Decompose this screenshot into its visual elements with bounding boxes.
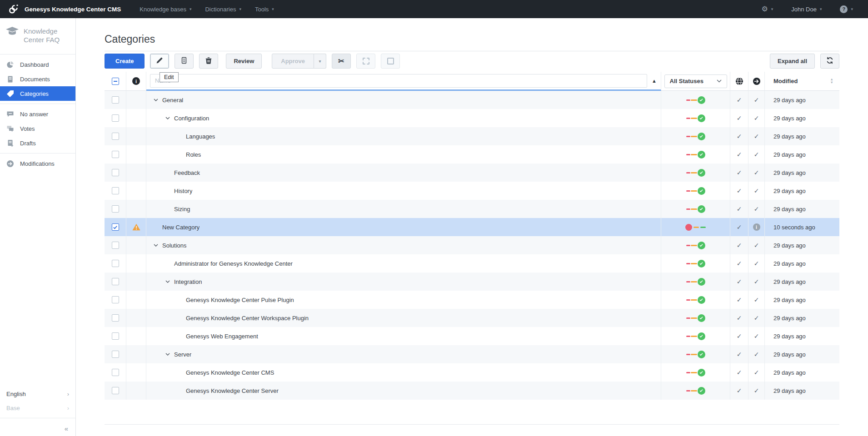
row-checkbox[interactable]: [112, 296, 119, 303]
nav-menu-dictionaries[interactable]: Dictionaries▾: [198, 6, 248, 13]
selection-button[interactable]: [381, 54, 400, 69]
check-icon: ✓: [737, 223, 742, 231]
table-row[interactable]: Feedback✓✓29 days ago: [105, 164, 839, 182]
sidebar-item-modifications[interactable]: Modifications: [0, 156, 75, 171]
help-menu[interactable]: ? ▾: [833, 5, 860, 13]
row-checkbox[interactable]: [112, 187, 119, 194]
table-row[interactable]: Genesys Web Engagement✓✓29 days ago: [105, 327, 839, 345]
check-icon: ✓: [737, 133, 742, 140]
chevron-down-icon[interactable]: [165, 280, 171, 283]
check-icon: ✓: [754, 242, 759, 249]
sidebar-item-label: Dashboard: [20, 61, 49, 68]
edit-button[interactable]: [150, 54, 169, 69]
table-row[interactable]: Sizing✓✓29 days ago: [105, 200, 839, 218]
row-checkbox[interactable]: [112, 351, 119, 358]
sidebar-item-categories[interactable]: Categories: [0, 86, 75, 101]
sidebar-nav: DashboardDocumentsCategoriesNo answerVot…: [0, 57, 75, 171]
row-checkbox[interactable]: [112, 133, 119, 140]
chevron-right-icon: ›: [67, 405, 69, 411]
table-row[interactable]: Integration✓✓29 days ago: [105, 272, 839, 291]
row-checkbox[interactable]: [112, 114, 119, 122]
sidebar-item-dashboard[interactable]: Dashboard: [0, 57, 75, 72]
nav-menu-label: Tools: [255, 6, 269, 13]
sidebar-item-drafts[interactable]: Drafts: [0, 136, 75, 150]
modified-time: 29 days ago: [773, 369, 806, 376]
name-filter-input[interactable]: [150, 74, 647, 88]
table-row[interactable]: Solutions✓✓29 days ago: [105, 236, 839, 254]
delete-button[interactable]: [199, 54, 218, 69]
info-icon: i: [132, 77, 140, 85]
status-pipeline-published: [686, 387, 705, 395]
sort-icons[interactable]: ▲▼: [830, 78, 833, 84]
table-row[interactable]: Configuration✓✓29 days ago: [105, 109, 839, 127]
sidebar-collapse-button[interactable]: «: [0, 421, 75, 436]
refresh-button[interactable]: [820, 54, 839, 69]
status-orange-segment: [691, 354, 697, 355]
approve-dropdown-button[interactable]: ▾: [314, 54, 326, 69]
table-row[interactable]: New Category✓i10 seconds ago: [105, 218, 839, 236]
row-checkbox[interactable]: [112, 369, 119, 376]
modified-time: 29 days ago: [773, 206, 806, 213]
table-row[interactable]: Roles✓✓29 days ago: [105, 145, 839, 164]
sort-ascending-icon[interactable]: ▲: [652, 78, 657, 84]
sidebar-item-no-answer[interactable]: No answer: [0, 107, 75, 121]
status-published-check-icon: [698, 96, 705, 104]
row-checkbox[interactable]: [112, 332, 119, 340]
copy-button[interactable]: [175, 54, 194, 69]
sidebar-item-documents[interactable]: Documents: [0, 72, 75, 86]
table-row[interactable]: Languages✓✓29 days ago: [105, 127, 839, 145]
row-checkbox[interactable]: [112, 387, 119, 394]
row-checkbox[interactable]: [112, 169, 119, 176]
caret-down-icon: ▾: [239, 7, 241, 11]
status-filter-dropdown[interactable]: All Statuses: [664, 74, 727, 88]
categories-table: i ▲ Edit All Statuses: [105, 72, 839, 425]
page-title: Categories: [105, 32, 839, 46]
table-row[interactable]: Administrator for Genesys Knowledge Cent…: [105, 254, 839, 272]
check-icon: ✓: [737, 369, 742, 376]
chevron-down-icon[interactable]: [165, 353, 171, 356]
toolbar: Create Review Approve ▾ ✂ Expand all: [105, 54, 839, 69]
table-row[interactable]: Genesys Knowledge Center Server✓✓29 days…: [105, 382, 839, 400]
row-checkbox[interactable]: [112, 96, 119, 104]
row-checkbox[interactable]: [112, 278, 119, 285]
row-checkbox[interactable]: [112, 260, 119, 267]
row-checkbox[interactable]: [112, 151, 119, 158]
expand-all-button[interactable]: Expand all: [770, 54, 815, 69]
approve-button[interactable]: Approve: [272, 54, 314, 69]
base-selector[interactable]: Base ›: [0, 401, 75, 415]
row-checkbox[interactable]: [112, 314, 119, 322]
table-row[interactable]: Genesys Knowledge Center Pulse Plugin✓✓2…: [105, 291, 839, 309]
sidebar-item-votes[interactable]: Votes: [0, 121, 75, 136]
table-row[interactable]: Server✓✓29 days ago: [105, 345, 839, 363]
nav-menu-tools[interactable]: Tools▾: [248, 6, 281, 13]
settings-menu[interactable]: ⚙ ▾: [754, 5, 780, 13]
nav-menu-knowledge-bases[interactable]: Knowledge bases▾: [133, 6, 198, 13]
status-red-segment: [686, 390, 690, 391]
table-row[interactable]: Genesys Knowledge Center Workspace Plugi…: [105, 309, 839, 327]
knowledge-base-header[interactable]: Knowledge Center FAQ: [0, 18, 75, 51]
paste-button[interactable]: [356, 54, 375, 69]
table-row[interactable]: Genesys Knowledge Center CMS✓✓29 days ag…: [105, 363, 839, 382]
row-checkbox[interactable]: [112, 205, 119, 213]
top-navbar: Genesys Knowledge Center CMS Knowledge b…: [0, 0, 868, 18]
cut-button[interactable]: ✂: [332, 54, 351, 69]
row-checkbox[interactable]: [112, 223, 119, 231]
check-icon: ✓: [737, 187, 742, 194]
user-menu[interactable]: John Doe ▾: [784, 6, 828, 13]
toolbar-right: Expand all: [770, 54, 839, 69]
modified-time: 29 days ago: [773, 351, 806, 358]
document-lines-icon: [180, 57, 188, 65]
sidebar-item-label: Documents: [20, 76, 50, 83]
table-row[interactable]: History✓✓29 days ago: [105, 182, 839, 200]
check-icon: ✓: [737, 260, 742, 267]
review-button[interactable]: Review: [226, 54, 262, 69]
chevron-down-icon[interactable]: [165, 117, 171, 119]
kb-title: Knowledge Center FAQ: [24, 27, 71, 44]
table-row[interactable]: General✓✓29 days ago: [105, 91, 839, 109]
select-all-checkbox[interactable]: [112, 78, 119, 85]
create-button[interactable]: Create: [105, 54, 145, 69]
row-checkbox[interactable]: [112, 242, 119, 249]
language-selector[interactable]: English ›: [0, 387, 75, 401]
chevron-down-icon[interactable]: [154, 99, 159, 101]
chevron-down-icon[interactable]: [154, 244, 159, 247]
